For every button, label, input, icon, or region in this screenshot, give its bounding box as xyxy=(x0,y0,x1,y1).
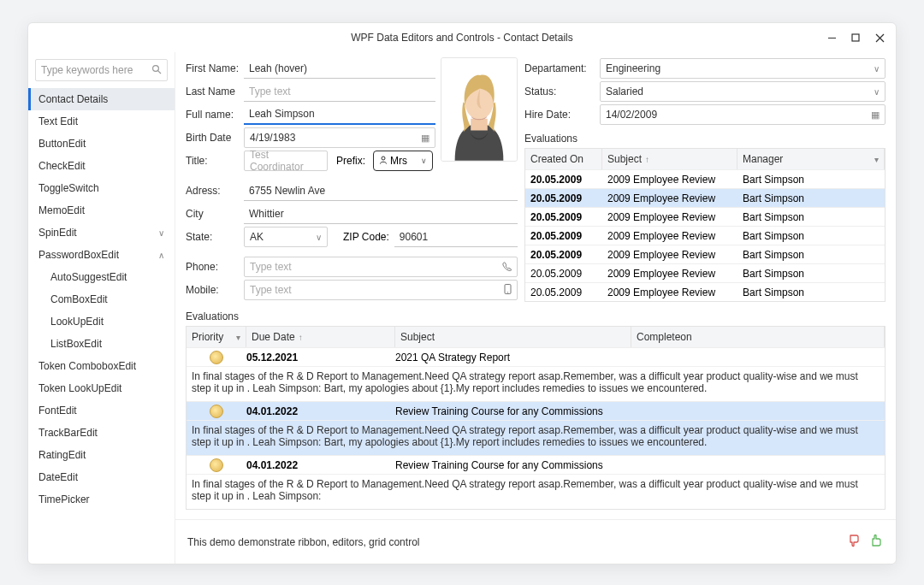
mobile-field[interactable]: Type text xyxy=(244,280,518,300)
maximize-icon[interactable] xyxy=(850,32,862,44)
table-row[interactable]: 20.05.20092009 Employee ReviewBart Simps… xyxy=(525,188,885,207)
search-input[interactable]: Type keywords here xyxy=(35,59,168,81)
label-zip: ZIP Code: xyxy=(343,231,389,243)
table-row[interactable]: 20.05.20092009 Employee ReviewBart Simps… xyxy=(525,263,885,282)
chevron-down-icon: ∨ xyxy=(874,87,880,97)
sidebar-item[interactable]: TimePicker xyxy=(28,488,175,511)
sidebar-item[interactable]: Contact Details xyxy=(28,88,175,110)
sort-asc-icon: ↑ xyxy=(645,155,649,164)
last-name-field[interactable]: Type text xyxy=(244,81,435,102)
footer: This demo demonstrate ribbon, editors, g… xyxy=(175,519,896,564)
filter-icon[interactable]: ▾ xyxy=(874,155,879,164)
col-due-date[interactable]: Due Date↑ xyxy=(246,327,395,347)
status-select[interactable]: Salaried∨ xyxy=(600,81,886,102)
person-icon xyxy=(379,156,388,166)
col-completion[interactable]: Completeon xyxy=(631,327,885,347)
filter-icon[interactable]: ▾ xyxy=(236,333,240,342)
window-title: WPF Data Editors and Controls - Contact … xyxy=(351,32,572,44)
sidebar-item[interactable]: MemoEdit xyxy=(28,199,175,222)
label-city: City xyxy=(186,208,244,220)
phone-field[interactable]: Type text xyxy=(244,257,518,277)
title-field[interactable]: Test Coordinator xyxy=(244,151,328,171)
footer-text: This demo demonstrate ribbon, editors, g… xyxy=(187,536,419,548)
grid-header: Priority▾ Due Date↑ Subject Completeon xyxy=(187,327,885,347)
sidebar-item[interactable]: SpinEdit∨ xyxy=(28,222,175,244)
sidebar: Type keywords here Contact DetailsText E… xyxy=(28,52,175,564)
phone-icon xyxy=(502,262,512,273)
mobile-icon xyxy=(504,284,512,296)
prefix-select[interactable]: Mrs∨ xyxy=(373,151,433,171)
full-name-field[interactable]: Leah Simpson xyxy=(244,104,435,125)
sidebar-item[interactable]: ToggleSwitch xyxy=(28,177,175,199)
department-select[interactable]: Engineering∨ xyxy=(600,58,886,79)
window-controls xyxy=(826,23,892,52)
table-row[interactable]: 04.01.2022 Review Training Course for an… xyxy=(187,401,885,455)
sidebar-item[interactable]: AutoSuggestEdit xyxy=(28,266,175,288)
sidebar-item[interactable]: FontEdit xyxy=(28,399,175,422)
sidebar-item[interactable]: Token LookUpEdit xyxy=(28,377,175,399)
label-state: State: xyxy=(186,231,244,243)
city-field[interactable]: Whittier xyxy=(244,204,518,224)
sidebar-item[interactable]: LookUpEdit xyxy=(28,310,175,333)
sidebar-item[interactable]: ButtonEdit xyxy=(28,133,175,155)
table-row[interactable]: 20.05.20092009 Employee ReviewBart Simps… xyxy=(525,245,885,263)
svg-point-10 xyxy=(507,292,508,292)
label-mobile: Mobile: xyxy=(186,284,244,296)
minimize-icon[interactable] xyxy=(826,32,838,44)
col-manager[interactable]: Manager▾ xyxy=(737,149,885,169)
label-prefix: Prefix: xyxy=(336,155,365,167)
address-field[interactable]: 6755 Newlin Ave xyxy=(244,180,518,201)
titlebar: WPF Data Editors and Controls - Contact … xyxy=(28,23,896,52)
label-first-name: First Name: xyxy=(186,62,244,74)
chevron-down-icon: ∨ xyxy=(874,64,880,74)
table-row[interactable]: 20.05.20092009 Employee ReviewBart Simps… xyxy=(525,169,885,188)
priority-flag-icon xyxy=(210,458,223,472)
right-panel: Departament: Engineering∨ Status: Salari… xyxy=(524,57,886,302)
sidebar-item[interactable]: Token ComboboxEdit xyxy=(28,355,175,377)
table-row[interactable]: 20.05.20092009 Employee ReviewBart Simps… xyxy=(525,226,885,245)
hire-date-field[interactable]: 14/02/2009▦ xyxy=(600,104,886,125)
svg-line-5 xyxy=(158,70,161,73)
table-row[interactable]: 20.05.20092009 Employee ReviewBart Simps… xyxy=(525,207,885,226)
thumb-up-icon[interactable] xyxy=(870,534,884,550)
sidebar-item[interactable]: ListBoxEdit xyxy=(28,333,175,355)
sidebar-item[interactable]: Text Edit xyxy=(28,110,175,133)
label-birth-date: Birth Date xyxy=(186,132,244,144)
priority-flag-icon xyxy=(210,405,223,418)
row-notes: In final stages of the R & D Report to M… xyxy=(187,366,885,401)
sidebar-item[interactable]: DateEdit xyxy=(28,466,175,488)
svg-rect-1 xyxy=(852,34,859,41)
sidebar-item[interactable]: TrackBarEdit xyxy=(28,422,175,444)
table-row[interactable]: 20.05.20092009 Employee ReviewBart Simps… xyxy=(525,282,885,301)
col-created-on[interactable]: Created On xyxy=(525,149,602,169)
sidebar-item[interactable]: RatingEdit xyxy=(28,444,175,466)
sidebar-item[interactable]: CheckEdit xyxy=(28,155,175,177)
chevron-down-icon: ∨ xyxy=(316,233,322,242)
chevron-down-icon: ∨ xyxy=(421,157,427,165)
label-title: Title: xyxy=(186,155,244,167)
sidebar-item[interactable]: PasswordBoxEdit∧ xyxy=(28,244,175,266)
evaluations-bottom-grid: Priority▾ Due Date↑ Subject Completeon 0… xyxy=(186,326,886,510)
sort-asc-icon: ↑ xyxy=(299,333,303,342)
sidebar-item[interactable]: ComBoxEdit xyxy=(28,288,175,310)
label-full-name: Full name: xyxy=(186,109,244,121)
close-icon[interactable] xyxy=(874,32,886,44)
main-panel: First Name: Leah (hover) Last Name Type … xyxy=(175,52,896,564)
evaluations-top-grid: Created On Subject↑ Manager▾ 20.05.20092… xyxy=(524,148,886,302)
col-subject[interactable]: Subject↑ xyxy=(602,149,737,169)
col-priority[interactable]: Priority▾ xyxy=(187,327,246,347)
first-name-field[interactable]: Leah (hover) xyxy=(244,58,435,79)
label-phone: Phone: xyxy=(186,261,244,273)
state-select[interactable]: AK∨ xyxy=(244,227,328,247)
table-row[interactable]: 05.12.2021 2021 QA Strategy Report In fi… xyxy=(187,347,885,401)
row-notes: In final stages of the R & D Report to M… xyxy=(187,420,885,455)
col-subject[interactable]: Subject xyxy=(395,327,631,347)
priority-flag-icon xyxy=(210,351,223,364)
birth-date-field[interactable]: 4/19/1983▦ xyxy=(244,127,435,148)
label-evaluations-bottom: Evaluations xyxy=(186,310,886,322)
table-row[interactable]: 04.01.2022 Review Training Course for an… xyxy=(187,455,885,509)
thumb-down-icon[interactable] xyxy=(848,534,862,550)
label-evaluations-top: Evaluations xyxy=(524,133,886,145)
zip-field[interactable]: 90601 xyxy=(394,227,518,247)
svg-point-4 xyxy=(153,65,159,71)
